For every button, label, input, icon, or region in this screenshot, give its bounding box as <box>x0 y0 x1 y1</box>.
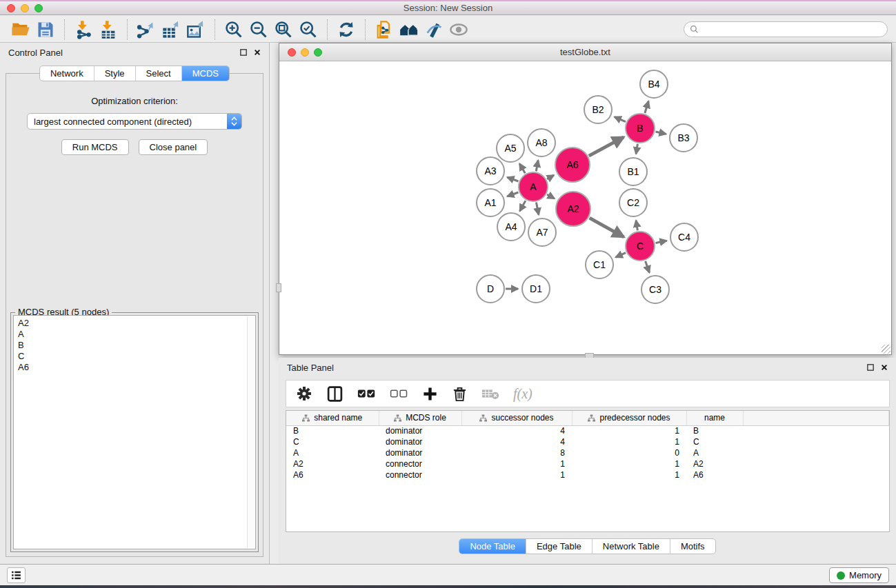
window-resize-grip[interactable] <box>882 345 890 354</box>
close-window-button[interactable] <box>7 4 15 12</box>
vertical-splitter-handle[interactable] <box>276 283 281 292</box>
network-node-D1[interactable]: D1 <box>521 274 550 303</box>
table-row[interactable]: Adominator80A <box>286 447 889 458</box>
minimize-network-button[interactable] <box>301 48 309 57</box>
tab-edge-table[interactable]: Edge Table <box>526 539 592 554</box>
network-node-B1[interactable]: B1 <box>619 157 648 186</box>
delete-table-icon[interactable] <box>481 387 499 401</box>
result-item[interactable]: A2 <box>18 318 255 329</box>
column-header-MCDS-role[interactable]: MCDS role <box>379 411 461 425</box>
maximize-network-button[interactable] <box>314 48 322 57</box>
network-node-A4[interactable]: A4 <box>497 212 526 241</box>
show-columns-icon[interactable] <box>326 385 344 403</box>
table-cell[interactable]: 1 <box>572 425 686 436</box>
tab-mcds[interactable]: MCDS <box>181 66 229 81</box>
network-edge[interactable] <box>590 218 624 237</box>
table-row[interactable]: A6connector11A6 <box>286 469 889 480</box>
network-edge[interactable] <box>645 101 648 113</box>
search-box[interactable] <box>684 21 888 37</box>
table-cell[interactable]: 4 <box>461 425 572 436</box>
table-cell[interactable]: 4 <box>461 436 572 447</box>
network-edge[interactable] <box>547 175 554 179</box>
close-panel-button[interactable]: Close panel <box>139 139 208 155</box>
table-cell[interactable]: C <box>686 436 743 447</box>
minimize-window-button[interactable] <box>21 4 29 12</box>
show-all-eye-icon[interactable] <box>446 19 471 41</box>
table-cell[interactable]: connector <box>379 458 461 469</box>
table-cell[interactable]: A6 <box>286 469 379 480</box>
network-node-B2[interactable]: B2 <box>584 95 613 124</box>
network-edge[interactable] <box>520 201 526 211</box>
network-canvas[interactable]: B4B2BB3A8A5A6A3B1AA1C2A2A4A7CC4C1C3DD1 <box>279 62 891 354</box>
delete-column-trash-icon[interactable] <box>452 386 468 402</box>
result-item[interactable]: A6 <box>18 362 255 373</box>
table-cell[interactable]: 0 <box>572 447 686 458</box>
node-table[interactable]: shared nameMCDS rolesuccessor nodesprede… <box>286 410 890 532</box>
network-node-A7[interactable]: A7 <box>528 218 557 247</box>
table-cell[interactable]: 1 <box>461 469 572 480</box>
table-cell[interactable]: connector <box>379 469 461 480</box>
export-network-icon[interactable] <box>134 19 159 41</box>
network-edge[interactable] <box>636 144 637 154</box>
column-header-successor-nodes[interactable]: successor nodes <box>461 411 572 425</box>
network-node-A8[interactable]: A8 <box>527 128 556 157</box>
zoom-fit-icon[interactable] <box>271 19 296 41</box>
close-panel-icon[interactable] <box>254 49 261 56</box>
result-item[interactable]: C <box>18 351 255 362</box>
deselect-all-checkboxes-icon[interactable] <box>390 388 408 399</box>
tab-network[interactable]: Network <box>40 66 94 81</box>
save-session-icon[interactable] <box>33 19 58 41</box>
zoom-out-icon[interactable] <box>246 19 271 41</box>
import-network-icon[interactable] <box>71 19 96 41</box>
table-cell[interactable]: dominator <box>379 436 461 447</box>
first-neighbors-icon[interactable] <box>397 19 421 41</box>
column-header-name[interactable]: name <box>686 411 743 425</box>
network-edge[interactable] <box>547 194 555 199</box>
network-edge[interactable] <box>646 261 650 273</box>
network-edge[interactable] <box>636 221 637 231</box>
network-node-C[interactable]: C <box>625 231 655 261</box>
network-edge[interactable] <box>656 241 667 243</box>
table-row[interactable]: Cdominator41C <box>286 436 889 447</box>
select-all-checkboxes-icon[interactable] <box>357 388 376 399</box>
network-node-C4[interactable]: C4 <box>670 223 699 252</box>
table-cell[interactable]: A2 <box>686 458 743 469</box>
add-column-icon[interactable] <box>422 386 438 402</box>
network-node-A5[interactable]: A5 <box>496 134 525 163</box>
apply-function-icon[interactable]: f(x) <box>513 386 532 402</box>
table-cell[interactable]: A6 <box>686 469 743 480</box>
network-edge[interactable] <box>536 161 538 172</box>
network-edge[interactable] <box>536 203 539 215</box>
table-cell[interactable]: A2 <box>286 458 379 469</box>
criterion-dropdown[interactable]: largest connected component (directed) <box>27 113 242 130</box>
export-image-icon[interactable] <box>183 19 208 41</box>
network-edge[interactable] <box>507 192 518 196</box>
table-cell[interactable]: B <box>286 425 379 436</box>
new-network-from-selection-icon[interactable] <box>372 19 397 41</box>
search-input[interactable] <box>702 25 882 34</box>
table-settings-gear-icon[interactable] <box>296 385 312 402</box>
result-item[interactable]: B <box>18 340 255 351</box>
table-cell[interactable]: dominator <box>379 425 461 436</box>
zoom-in-icon[interactable] <box>221 19 246 41</box>
network-edge[interactable] <box>655 132 666 134</box>
table-cell[interactable]: C <box>286 436 379 447</box>
network-node-C3[interactable]: C3 <box>641 275 670 304</box>
network-node-A1[interactable]: A1 <box>476 188 505 217</box>
task-history-button[interactable] <box>7 567 26 583</box>
table-row[interactable]: A2connector11A2 <box>286 458 889 469</box>
table-cell[interactable]: A <box>686 447 743 458</box>
network-node-C1[interactable]: C1 <box>585 250 614 279</box>
network-node-A3[interactable]: A3 <box>476 156 505 185</box>
network-node-C2[interactable]: C2 <box>619 188 648 217</box>
close-network-button[interactable] <box>288 48 296 57</box>
network-node-B[interactable]: B <box>625 113 655 143</box>
network-node-B4[interactable]: B4 <box>639 70 668 99</box>
network-node-A2[interactable]: A2 <box>555 191 591 227</box>
apply-layout-icon[interactable] <box>334 19 359 41</box>
float-panel-icon[interactable] <box>240 49 247 56</box>
table-cell[interactable]: 1 <box>461 458 572 469</box>
table-cell[interactable]: dominator <box>379 447 461 458</box>
table-cell[interactable]: 1 <box>572 469 686 480</box>
network-window-titlebar[interactable]: testGlobe.txt <box>279 43 891 61</box>
